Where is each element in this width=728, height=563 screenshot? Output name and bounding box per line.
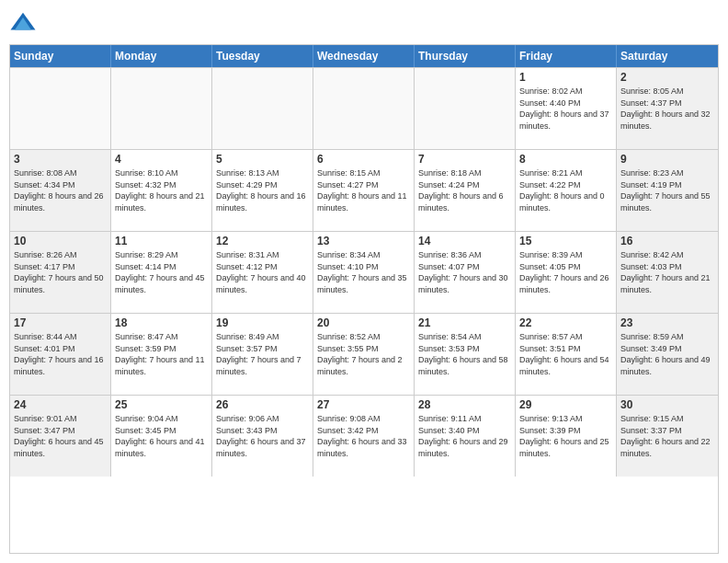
logo-icon (9, 9, 37, 37)
day-number: 5 (216, 153, 309, 166)
day-info: Sunrise: 8:26 AM Sunset: 4:17 PM Dayligh… (14, 249, 107, 295)
day-info: Sunrise: 8:52 AM Sunset: 3:55 PM Dayligh… (317, 331, 410, 377)
calendar-cell: 28Sunrise: 9:11 AM Sunset: 3:40 PM Dayli… (415, 396, 516, 477)
calendar: SundayMondayTuesdayWednesdayThursdayFrid… (9, 44, 719, 554)
calendar-cell: 27Sunrise: 9:08 AM Sunset: 3:42 PM Dayli… (313, 396, 415, 477)
calendar-cell (415, 68, 516, 149)
day-number: 8 (519, 153, 612, 166)
header-day-friday: Friday (516, 45, 617, 67)
calendar-cell (212, 68, 313, 149)
day-number: 22 (519, 316, 612, 329)
day-info: Sunrise: 8:57 AM Sunset: 3:51 PM Dayligh… (519, 331, 612, 377)
day-info: Sunrise: 8:08 AM Sunset: 4:34 PM Dayligh… (14, 167, 107, 213)
calendar-cell: 21Sunrise: 8:54 AM Sunset: 3:53 PM Dayli… (415, 314, 516, 395)
day-number: 7 (418, 153, 511, 166)
day-info: Sunrise: 8:10 AM Sunset: 4:32 PM Dayligh… (115, 167, 208, 213)
day-info: Sunrise: 8:31 AM Sunset: 4:12 PM Dayligh… (216, 249, 309, 295)
day-number: 2 (620, 71, 714, 84)
calendar-cell: 29Sunrise: 9:13 AM Sunset: 3:39 PM Dayli… (516, 396, 617, 477)
day-info: Sunrise: 9:13 AM Sunset: 3:39 PM Dayligh… (519, 413, 612, 459)
calendar-cell: 20Sunrise: 8:52 AM Sunset: 3:55 PM Dayli… (313, 314, 415, 395)
calendar-row-1: 1Sunrise: 8:02 AM Sunset: 4:40 PM Daylig… (10, 67, 718, 149)
calendar-header: SundayMondayTuesdayWednesdayThursdayFrid… (10, 45, 718, 67)
page: SundayMondayTuesdayWednesdayThursdayFrid… (0, 0, 728, 563)
header-day-thursday: Thursday (415, 45, 516, 67)
calendar-cell: 3Sunrise: 8:08 AM Sunset: 4:34 PM Daylig… (10, 150, 111, 231)
calendar-cell: 10Sunrise: 8:26 AM Sunset: 4:17 PM Dayli… (10, 232, 111, 313)
day-info: Sunrise: 9:01 AM Sunset: 3:47 PM Dayligh… (14, 413, 107, 459)
header (9, 9, 719, 37)
header-day-monday: Monday (111, 45, 212, 67)
calendar-cell: 9Sunrise: 8:23 AM Sunset: 4:19 PM Daylig… (617, 150, 718, 231)
calendar-cell: 7Sunrise: 8:18 AM Sunset: 4:24 PM Daylig… (415, 150, 516, 231)
day-info: Sunrise: 8:36 AM Sunset: 4:07 PM Dayligh… (418, 249, 511, 295)
day-info: Sunrise: 8:13 AM Sunset: 4:29 PM Dayligh… (216, 167, 309, 213)
calendar-cell: 13Sunrise: 8:34 AM Sunset: 4:10 PM Dayli… (313, 232, 415, 313)
calendar-cell: 2Sunrise: 8:05 AM Sunset: 4:37 PM Daylig… (617, 68, 718, 149)
day-number: 4 (115, 153, 208, 166)
day-number: 19 (216, 316, 309, 329)
day-number: 6 (317, 153, 410, 166)
calendar-body: 1Sunrise: 8:02 AM Sunset: 4:40 PM Daylig… (10, 67, 718, 477)
header-day-saturday: Saturday (617, 45, 718, 67)
calendar-cell: 5Sunrise: 8:13 AM Sunset: 4:29 PM Daylig… (212, 150, 313, 231)
calendar-cell: 24Sunrise: 9:01 AM Sunset: 3:47 PM Dayli… (10, 396, 111, 477)
day-number: 3 (14, 153, 107, 166)
calendar-cell (111, 68, 212, 149)
day-number: 27 (317, 398, 410, 411)
calendar-cell: 22Sunrise: 8:57 AM Sunset: 3:51 PM Dayli… (516, 314, 617, 395)
day-info: Sunrise: 8:44 AM Sunset: 4:01 PM Dayligh… (14, 331, 107, 377)
calendar-cell: 14Sunrise: 8:36 AM Sunset: 4:07 PM Dayli… (415, 232, 516, 313)
logo (9, 9, 40, 37)
day-info: Sunrise: 8:54 AM Sunset: 3:53 PM Dayligh… (418, 331, 511, 377)
calendar-cell: 15Sunrise: 8:39 AM Sunset: 4:05 PM Dayli… (516, 232, 617, 313)
calendar-cell: 19Sunrise: 8:49 AM Sunset: 3:57 PM Dayli… (212, 314, 313, 395)
day-number: 21 (418, 316, 511, 329)
day-info: Sunrise: 8:34 AM Sunset: 4:10 PM Dayligh… (317, 249, 410, 295)
day-info: Sunrise: 9:15 AM Sunset: 3:37 PM Dayligh… (620, 413, 714, 459)
day-number: 15 (519, 235, 612, 247)
day-number: 30 (620, 398, 714, 411)
day-info: Sunrise: 8:18 AM Sunset: 4:24 PM Dayligh… (418, 167, 511, 213)
calendar-cell: 1Sunrise: 8:02 AM Sunset: 4:40 PM Daylig… (516, 68, 617, 149)
calendar-row-2: 3Sunrise: 8:08 AM Sunset: 4:34 PM Daylig… (10, 149, 718, 231)
calendar-cell: 4Sunrise: 8:10 AM Sunset: 4:32 PM Daylig… (111, 150, 212, 231)
day-info: Sunrise: 9:04 AM Sunset: 3:45 PM Dayligh… (115, 413, 208, 459)
day-info: Sunrise: 8:47 AM Sunset: 3:59 PM Dayligh… (115, 331, 208, 377)
day-info: Sunrise: 8:29 AM Sunset: 4:14 PM Dayligh… (115, 249, 208, 295)
calendar-cell: 16Sunrise: 8:42 AM Sunset: 4:03 PM Dayli… (617, 232, 718, 313)
day-number: 10 (14, 235, 107, 247)
day-number: 28 (418, 398, 511, 411)
calendar-cell: 26Sunrise: 9:06 AM Sunset: 3:43 PM Dayli… (212, 396, 313, 477)
calendar-row-4: 17Sunrise: 8:44 AM Sunset: 4:01 PM Dayli… (10, 313, 718, 395)
day-info: Sunrise: 9:08 AM Sunset: 3:42 PM Dayligh… (317, 413, 410, 459)
calendar-row-3: 10Sunrise: 8:26 AM Sunset: 4:17 PM Dayli… (10, 231, 718, 313)
calendar-cell: 25Sunrise: 9:04 AM Sunset: 3:45 PM Dayli… (111, 396, 212, 477)
day-number: 17 (14, 316, 107, 329)
day-info: Sunrise: 9:11 AM Sunset: 3:40 PM Dayligh… (418, 413, 511, 459)
day-number: 25 (115, 398, 208, 411)
header-day-wednesday: Wednesday (313, 45, 415, 67)
calendar-cell (313, 68, 415, 149)
calendar-cell: 18Sunrise: 8:47 AM Sunset: 3:59 PM Dayli… (111, 314, 212, 395)
day-number: 23 (620, 316, 714, 329)
day-info: Sunrise: 8:59 AM Sunset: 3:49 PM Dayligh… (620, 331, 714, 377)
day-number: 9 (620, 153, 714, 166)
day-info: Sunrise: 9:06 AM Sunset: 3:43 PM Dayligh… (216, 413, 309, 459)
day-number: 14 (418, 235, 511, 247)
day-number: 24 (14, 398, 107, 411)
day-info: Sunrise: 8:15 AM Sunset: 4:27 PM Dayligh… (317, 167, 410, 213)
header-day-sunday: Sunday (10, 45, 111, 67)
header-day-tuesday: Tuesday (212, 45, 313, 67)
day-number: 16 (620, 235, 714, 247)
day-number: 26 (216, 398, 309, 411)
day-number: 18 (115, 316, 208, 329)
calendar-cell (10, 68, 111, 149)
day-number: 11 (115, 235, 208, 247)
day-info: Sunrise: 8:42 AM Sunset: 4:03 PM Dayligh… (620, 249, 714, 295)
day-info: Sunrise: 8:05 AM Sunset: 4:37 PM Dayligh… (620, 86, 714, 132)
calendar-cell: 11Sunrise: 8:29 AM Sunset: 4:14 PM Dayli… (111, 232, 212, 313)
day-number: 13 (317, 235, 410, 247)
day-info: Sunrise: 8:49 AM Sunset: 3:57 PM Dayligh… (216, 331, 309, 377)
day-info: Sunrise: 8:23 AM Sunset: 4:19 PM Dayligh… (620, 167, 714, 213)
